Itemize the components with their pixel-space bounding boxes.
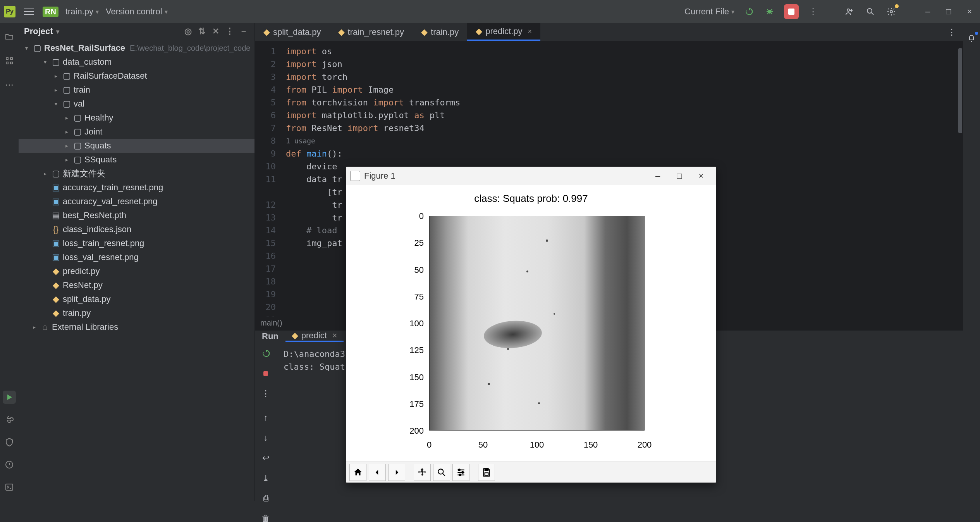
tree-item[interactable]: ▸▢新建文件夹 — [19, 167, 254, 181]
tree-item[interactable]: ▣accuracy_train_resnet.png — [19, 181, 254, 195]
services-button[interactable] — [3, 436, 16, 449]
svg-point-14 — [459, 474, 461, 475]
editor-tab[interactable]: ◆train_resnet.py — [330, 23, 413, 41]
forward-button[interactable] — [388, 464, 405, 481]
editor-tab[interactable]: ◆predict.py× — [467, 23, 540, 41]
configure-subplots-button[interactable] — [452, 464, 469, 481]
select-opened-file-button[interactable]: ◎ — [182, 26, 193, 37]
svg-point-1 — [847, 9, 849, 11]
close-icon[interactable]: × — [528, 28, 532, 36]
tree-item[interactable]: ▸▢Squats — [19, 139, 254, 153]
panel-options-button[interactable]: ⋮ — [224, 26, 235, 37]
structure-tool-button[interactable] — [3, 54, 16, 67]
x-tick-label: 50 — [473, 440, 493, 450]
window-minimize-button[interactable]: – — [921, 5, 934, 18]
project-panel: Project ▾ ◎ ⇅ ✕ ⋮ – ▾ ▢ ResNet_RailSurfa… — [19, 23, 255, 501]
editor-tab[interactable]: ◆train.py — [413, 23, 467, 41]
tree-item[interactable]: ▸⌂External Libraries — [19, 320, 254, 334]
tree-item[interactable]: ▸▢SSquats — [19, 153, 254, 167]
tree-item[interactable]: ▣loss_train_resnet.png — [19, 236, 254, 250]
figure-titlebar[interactable]: Figure 1 – □ × — [346, 167, 716, 185]
run-button[interactable] — [742, 5, 755, 18]
tree-item[interactable]: ▤best_ResNet.pth — [19, 208, 254, 222]
project-panel-header: Project ▾ ◎ ⇅ ✕ ⋮ – — [19, 23, 254, 40]
soft-wrap-button[interactable]: ↩ — [259, 451, 272, 465]
stop-button[interactable] — [784, 4, 799, 19]
rerun-button[interactable] — [259, 347, 272, 360]
tree-item[interactable]: {}class_indices.json — [19, 222, 254, 236]
terminal-button[interactable] — [3, 481, 16, 494]
tree-item[interactable]: ▸▢train — [19, 83, 254, 97]
current-file-dropdown[interactable]: train.py ▾ — [65, 7, 99, 17]
tree-item-label: train — [74, 85, 90, 95]
tree-root-path: E:\wechat_blog_code\project_code — [130, 44, 250, 53]
clear-button[interactable]: 🗑 — [259, 512, 272, 522]
debug-button[interactable] — [763, 5, 776, 18]
scroll-down-button[interactable]: ↓ — [259, 431, 272, 444]
plot-title: class: Squats prob: 0.997 — [346, 193, 716, 205]
scroll-to-end-button[interactable]: ⤓ — [259, 472, 272, 485]
run-more-button[interactable]: ⋮ — [259, 387, 272, 400]
svg-point-11 — [438, 469, 443, 474]
chevron-down-icon: ▾ — [96, 8, 99, 16]
tree-item[interactable]: ◆train.py — [19, 306, 254, 320]
tree-item-label: Squats — [84, 141, 111, 151]
matplotlib-figure-window[interactable]: Figure 1 – □ × class: Squats prob: 0.997… — [346, 167, 716, 483]
tree-item-label: split_data.py — [63, 294, 111, 304]
tree-item[interactable]: ▸▢Joint — [19, 125, 254, 139]
window-close-button[interactable]: × — [963, 5, 976, 18]
more-actions-button[interactable]: ⋮ — [806, 5, 820, 18]
figure-minimize-button[interactable]: – — [647, 167, 669, 185]
expand-all-button[interactable]: ⇅ — [196, 26, 207, 37]
problems-button[interactable] — [3, 458, 16, 471]
settings-button[interactable] — [885, 5, 898, 18]
close-icon[interactable]: × — [332, 331, 337, 341]
figure-canvas[interactable]: class: Squats prob: 0.997 02550751001251… — [346, 185, 716, 462]
svg-point-13 — [462, 471, 463, 473]
vcs-dropdown[interactable]: Version control ▾ — [106, 7, 168, 17]
main-menu-button[interactable] — [22, 5, 36, 18]
print-button[interactable]: ⎙ — [259, 492, 272, 505]
tab-options-button[interactable]: ⋮ — [945, 26, 958, 39]
svg-rect-5 — [10, 58, 12, 60]
figure-maximize-button[interactable]: □ — [669, 167, 690, 185]
tree-root[interactable]: ▾ ▢ ResNet_RailSurface E:\wechat_blog_co… — [19, 41, 254, 55]
python-packages-button[interactable] — [3, 413, 16, 426]
python-icon: ◆ — [51, 266, 60, 276]
back-button[interactable] — [369, 464, 386, 481]
tree-item[interactable]: ▣accuracy_val_resnet.png — [19, 195, 254, 208]
hide-panel-button[interactable]: – — [238, 26, 249, 37]
run-tool-button[interactable] — [3, 391, 16, 404]
image-icon: ▣ — [51, 238, 60, 248]
code-with-me-button[interactable] — [843, 5, 856, 18]
folder-icon: ▢ — [73, 155, 82, 165]
project-tool-button[interactable] — [3, 30, 16, 43]
more-tool-button[interactable]: ⋯ — [3, 78, 16, 91]
zoom-button[interactable] — [433, 464, 450, 481]
tree-item[interactable]: ▣loss_val_resnet.png — [19, 250, 254, 264]
figure-close-button[interactable]: × — [690, 167, 712, 185]
save-figure-button[interactable] — [478, 464, 495, 481]
collapse-all-button[interactable]: ✕ — [210, 26, 221, 37]
stop-run-button[interactable] — [259, 367, 272, 380]
notifications-button[interactable] — [965, 32, 978, 45]
run-tab[interactable]: ◆ predict × — [285, 331, 344, 342]
tree-item[interactable]: ▸▢Healthy — [19, 111, 254, 125]
scrollbar[interactable] — [955, 41, 963, 317]
tree-item[interactable]: ◆ResNet.py — [19, 278, 254, 292]
tree-item[interactable]: ▸▢RailSurfaceDataset — [19, 69, 254, 83]
run-config-dropdown[interactable]: Current File ▾ — [684, 7, 734, 17]
home-button[interactable] — [349, 464, 366, 481]
pan-button[interactable] — [414, 464, 431, 481]
tree-item-label: val — [74, 99, 84, 109]
scroll-up-button[interactable]: ↑ — [259, 411, 272, 424]
tree-item[interactable]: ◆split_data.py — [19, 292, 254, 306]
editor-tab[interactable]: ◆split_data.py — [255, 23, 330, 41]
tree-item[interactable]: ▾▢val — [19, 97, 254, 111]
search-button[interactable] — [864, 5, 877, 18]
project-tree[interactable]: ▾ ▢ ResNet_RailSurface E:\wechat_blog_co… — [19, 40, 254, 501]
maximize-icon: □ — [946, 7, 951, 17]
tree-item[interactable]: ◆predict.py — [19, 264, 254, 278]
tree-item[interactable]: ▾▢data_custom — [19, 55, 254, 69]
window-maximize-button[interactable]: □ — [942, 5, 955, 18]
